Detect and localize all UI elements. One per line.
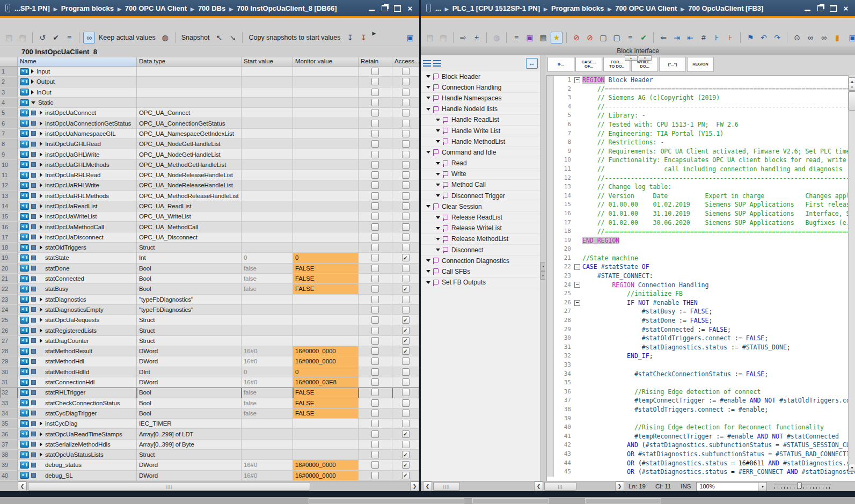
scroll-left-icon[interactable]: ❮: [18, 481, 27, 491]
start-value-cell[interactable]: [242, 87, 293, 98]
expand-icon[interactable]: [40, 194, 42, 198]
table-row[interactable]: 27statDiagCounterStruct✓: [0, 336, 419, 346]
start-value-cell[interactable]: [242, 160, 293, 170]
renumber-icon[interactable]: #: [698, 32, 710, 43]
retain-checkbox[interactable]: [371, 223, 379, 231]
column-header[interactable]: Retain: [359, 57, 392, 67]
break-connection-icon[interactable]: ⊘: [571, 32, 582, 43]
retain-checkbox[interactable]: [371, 441, 379, 448]
insert-network-icon[interactable]: ⊦: [711, 32, 723, 43]
retain-checkbox[interactable]: [371, 265, 379, 272]
load-snapshot-icon[interactable]: ▢: [611, 32, 623, 43]
snippet-tab[interactable]: REGION: [687, 57, 714, 72]
region-tree-item[interactable]: Clear Session: [421, 201, 540, 212]
access-checkbox[interactable]: [402, 89, 410, 96]
expand-icon[interactable]: [40, 225, 42, 229]
access-checkbox[interactable]: [402, 120, 410, 127]
retain-checkbox[interactable]: [371, 420, 379, 427]
tree-editor-splitter[interactable]: ◂▸: [540, 55, 545, 481]
expand-icon[interactable]: [31, 69, 34, 74]
retain-checkbox[interactable]: [371, 430, 379, 438]
table-row[interactable]: 11InstOpcUaRHLReadOPC_UA_NodeReleaseHand…: [0, 170, 419, 180]
table-row[interactable]: 20statDoneBoolfalseFALSE: [0, 264, 419, 274]
collapse-icon[interactable]: [436, 227, 440, 230]
scroll-down-icon[interactable]: ▼: [849, 464, 855, 472]
expand-icon[interactable]: [40, 452, 42, 457]
float-button[interactable]: [381, 5, 388, 12]
breadcrumb-item[interactable]: ...: [435, 4, 441, 12]
vertical-scrollbar[interactable]: ▲ ≡ ▼: [848, 75, 855, 472]
table-row[interactable]: 32statRHLTriggerBoolfalseFALSE: [0, 388, 419, 398]
column-header[interactable]: Data type: [137, 57, 242, 67]
access-checkbox[interactable]: [402, 171, 410, 179]
table-row[interactable]: 29statMethodHdlDWord16#016#0000_0000: [0, 356, 419, 367]
goto-previous-icon[interactable]: ⇐: [657, 32, 669, 43]
fold-collapse-icon[interactable]: [574, 300, 580, 306]
table-row[interactable]: 5instOpcUaConnectOPC_UA_Connect: [0, 108, 419, 118]
region-tree-item[interactable]: Command and Idle: [421, 147, 540, 158]
favorites-icon[interactable]: ★: [551, 32, 562, 43]
retain-checkbox[interactable]: [371, 78, 379, 85]
start-value-cell[interactable]: [242, 450, 293, 460]
region-tree-item[interactable]: Disconnect: [421, 245, 540, 255]
region-tree-item[interactable]: Handle Namespaces: [421, 93, 540, 104]
breadcrumb-item[interactable]: ...SP-1 PN]: [14, 4, 50, 12]
expand-icon[interactable]: [40, 245, 42, 250]
retain-checkbox[interactable]: [371, 120, 379, 127]
collapse-icon[interactable]: [436, 129, 440, 132]
collapse-icon[interactable]: [436, 238, 440, 240]
table-row[interactable]: 25statOpcUaRequestsStruct✓: [0, 315, 419, 325]
code-scroll-left-icon[interactable]: ❮: [534, 481, 543, 491]
region-tree-item[interactable]: Connection Handling: [421, 82, 540, 93]
retain-checkbox[interactable]: [371, 192, 379, 200]
fold-collapse-icon[interactable]: [574, 264, 580, 270]
access-checkbox[interactable]: ✓: [402, 451, 410, 458]
retain-checkbox[interactable]: [371, 368, 379, 376]
table-row[interactable]: 28statMethodResultDWord16#016#0000_0000✓: [0, 346, 419, 356]
retain-checkbox[interactable]: [371, 254, 379, 261]
region-tree-item[interactable]: Connection Diagnostics: [421, 255, 540, 266]
power-icon[interactable]: ▮: [831, 32, 843, 43]
retain-checkbox[interactable]: [371, 357, 379, 365]
region-tree-item[interactable]: Set FB Outputs: [421, 277, 540, 288]
access-checkbox[interactable]: [402, 265, 410, 272]
region-tree-item[interactable]: Write: [421, 169, 540, 180]
access-checkbox[interactable]: ✓: [402, 461, 410, 469]
access-checkbox[interactable]: ✓: [402, 430, 410, 438]
table-row[interactable]: 13instOpcUaRHLMethodsOPC_UA_MethodReleas…: [0, 191, 419, 201]
close-button[interactable]: ×: [406, 5, 414, 12]
retain-checkbox[interactable]: [371, 213, 379, 220]
pin-icon[interactable]: [5, 4, 10, 12]
add-row-icon[interactable]: ▤: [17, 32, 28, 43]
access-checkbox[interactable]: ✓: [402, 316, 410, 324]
table-row[interactable]: 24statDiagnosticsEmpty"typeFbDiagnostics…: [0, 305, 419, 315]
retain-checkbox[interactable]: [371, 472, 379, 479]
zoom-dropdown-icon[interactable]: ▼: [758, 483, 766, 491]
access-checkbox[interactable]: [402, 233, 410, 241]
breadcrumb-item[interactable]: 700 OpcUaClient [FB3]: [688, 4, 763, 12]
access-checkbox[interactable]: [402, 78, 410, 85]
breadcrumb-item[interactable]: Program blocks: [551, 4, 604, 12]
start-value-cell[interactable]: 16#0: [242, 471, 293, 481]
table-row[interactable]: 19statStateInt00✓: [0, 253, 419, 263]
minimize-button[interactable]: [368, 5, 375, 12]
start-value-cell[interactable]: 16#0: [242, 346, 293, 356]
retain-checkbox[interactable]: [371, 327, 379, 334]
retain-checkbox[interactable]: [371, 233, 379, 241]
access-checkbox[interactable]: [402, 389, 410, 396]
start-value-cell[interactable]: [242, 118, 293, 128]
retain-checkbox[interactable]: [371, 451, 379, 458]
access-checkbox[interactable]: [402, 192, 410, 200]
retain-checkbox[interactable]: [371, 171, 379, 179]
region-tree-item[interactable]: Release MethodList: [421, 234, 540, 245]
start-value-cell[interactable]: [242, 170, 293, 180]
apply-start-values-icon[interactable]: ✔: [50, 32, 62, 43]
region-tree-item[interactable]: Method Call: [421, 180, 540, 191]
table-row[interactable]: 2Output: [0, 77, 419, 87]
table-row[interactable]: 37statSerializeMethodHdlsArray[0..399] o…: [0, 440, 419, 450]
start-value-cell[interactable]: [242, 315, 293, 325]
table-row[interactable]: 8InstOpcUaGHLReadOPC_UA_NodeGetHandleLis…: [0, 139, 419, 149]
retain-checkbox[interactable]: [371, 347, 379, 355]
column-header[interactable]: Start value: [242, 57, 293, 67]
zoom-select[interactable]: 100% ▼: [696, 482, 767, 491]
